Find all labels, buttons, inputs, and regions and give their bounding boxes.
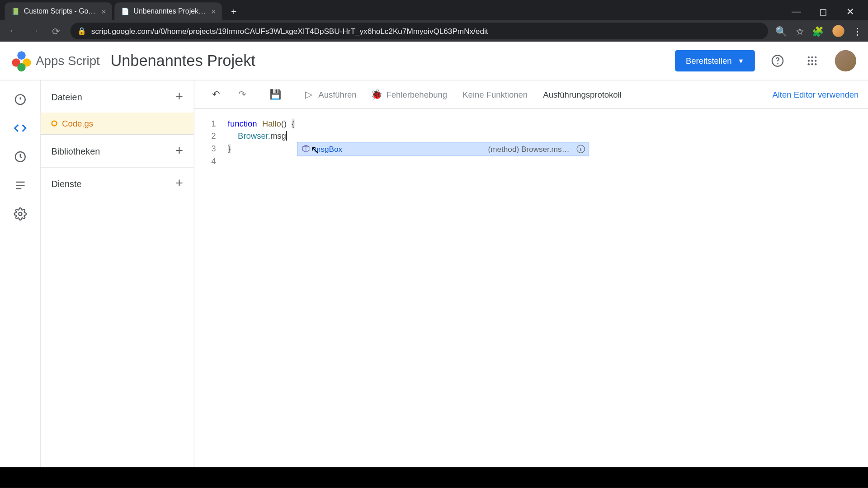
unsaved-dot-icon	[51, 120, 57, 126]
files-heading: Dateien	[51, 91, 82, 101]
maximize-button[interactable]: ◻	[810, 2, 836, 20]
browser-tab-2[interactable]: 📄 Unbenanntes Projekt - Projekt-E ×	[114, 2, 222, 20]
code-editor[interactable]: 1 2 3 4 function Hallo() { Browser.msg }…	[194, 109, 868, 488]
save-icon: 💾	[269, 89, 281, 100]
chrome-menu-icon[interactable]: ⋮	[853, 25, 862, 37]
deploy-label: Bereitstellen	[686, 56, 732, 66]
autocomplete-popup[interactable]: msgBox (method) Browser.ms… i	[297, 142, 589, 156]
code-content: function Hallo() { Browser.msg }	[228, 117, 295, 155]
deploy-button[interactable]: Bereitstellen ▼	[675, 50, 755, 71]
close-window-button[interactable]: ✕	[837, 2, 863, 20]
close-icon[interactable]: ×	[211, 7, 216, 16]
info-icon[interactable]: i	[576, 145, 585, 153]
play-icon: ▷	[303, 89, 315, 100]
add-service-button[interactable]: +	[175, 176, 183, 191]
help-icon[interactable]	[766, 49, 790, 73]
redo-icon: ↷	[236, 89, 248, 100]
undo-button[interactable]: ↶	[204, 84, 228, 105]
chevron-down-icon: ▼	[738, 57, 744, 65]
autocomplete-signature: (method) Browser.ms…	[470, 145, 570, 154]
svg-point-4	[815, 56, 816, 58]
rail-overview[interactable]	[8, 88, 32, 112]
browser-tab-1[interactable]: 📗 Custom Scripts - Google Tabellen ×	[5, 2, 112, 20]
forward-button[interactable]: →	[28, 26, 42, 37]
svg-point-10	[815, 63, 816, 65]
line-gutter: 1 2 3 4	[194, 117, 223, 168]
account-avatar[interactable]	[835, 50, 856, 71]
svg-point-2	[808, 56, 810, 58]
sheets-icon: 📗	[11, 7, 20, 16]
autocomplete-suggestion: msgBox	[314, 145, 342, 154]
taskbar	[0, 467, 868, 488]
extensions-icon[interactable]: 🧩	[812, 25, 824, 37]
method-icon	[301, 144, 311, 154]
libraries-heading: Bibliotheken	[51, 145, 100, 155]
svg-point-3	[811, 56, 813, 58]
zoom-icon[interactable]: 🔍	[775, 25, 787, 37]
new-tab-button[interactable]: +	[226, 4, 242, 20]
function-dropdown[interactable]: Keine Funktionen	[455, 85, 534, 104]
tab-strip: 📗 Custom Scripts - Google Tabellen × 📄 U…	[0, 0, 868, 20]
logo-icon	[12, 51, 31, 70]
rail-settings[interactable]	[8, 202, 32, 226]
address-bar[interactable]: 🔒 script.google.com/u/0/home/projects/19…	[71, 23, 768, 39]
back-button[interactable]: ←	[6, 26, 20, 37]
services-heading: Dienste	[51, 178, 81, 188]
add-library-button[interactable]: +	[175, 143, 183, 159]
add-file-button[interactable]: +	[175, 89, 183, 104]
svg-point-13	[19, 212, 22, 216]
rail-executions[interactable]	[8, 174, 32, 197]
execution-log-button[interactable]: Ausführungsprotokoll	[537, 85, 627, 104]
redo-button[interactable]: ↷	[230, 84, 254, 105]
legacy-editor-link[interactable]: Alten Editor verwenden	[772, 90, 859, 99]
bug-icon: 🐞	[371, 89, 382, 100]
app-name: Apps Script	[36, 54, 100, 68]
undo-icon: ↶	[210, 89, 222, 100]
apps-script-logo[interactable]: Apps Script	[12, 51, 99, 70]
project-title[interactable]: Unbenanntes Projekt	[111, 52, 255, 70]
svg-point-8	[808, 63, 810, 65]
close-icon[interactable]: ×	[101, 7, 106, 16]
svg-point-5	[808, 60, 810, 61]
lock-icon: 🔒	[77, 27, 86, 35]
tab-title: Unbenanntes Projekt - Projekt-E	[133, 7, 207, 15]
svg-point-7	[815, 60, 816, 61]
url-text: script.google.com/u/0/home/projects/19lr…	[91, 27, 488, 36]
svg-point-1	[777, 63, 778, 64]
rail-editor[interactable]	[8, 116, 32, 140]
bookmark-icon[interactable]: ☆	[796, 25, 804, 37]
svg-point-9	[811, 63, 813, 65]
tab-title: Custom Scripts - Google Tabellen	[24, 7, 98, 15]
minimize-button[interactable]: —	[783, 2, 810, 20]
save-button[interactable]: 💾	[264, 84, 288, 105]
reload-button[interactable]: ⟳	[49, 25, 63, 37]
profile-avatar[interactable]	[832, 25, 844, 37]
script-icon: 📄	[120, 7, 130, 16]
rail-triggers[interactable]	[8, 145, 32, 169]
file-name: Code.gs	[62, 118, 93, 128]
svg-point-6	[811, 60, 813, 61]
debug-button[interactable]: 🐞Fehlerbehebung	[365, 84, 453, 105]
run-button[interactable]: ▷Ausführen	[297, 84, 363, 105]
file-item-code-gs[interactable]: Code.gs	[41, 113, 194, 134]
apps-grid-icon[interactable]	[800, 49, 824, 73]
